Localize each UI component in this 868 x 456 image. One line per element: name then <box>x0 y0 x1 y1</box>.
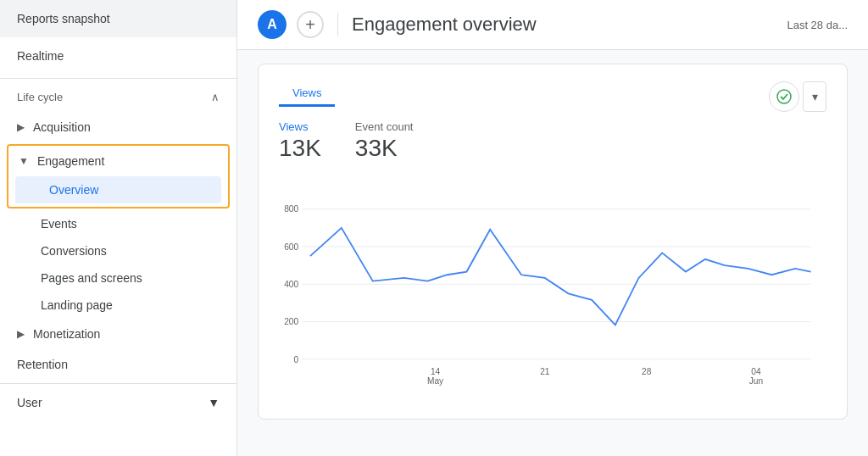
chart-actions: ▾ <box>769 81 826 112</box>
plus-icon: + <box>305 15 315 35</box>
line-chart: 800 600 400 200 0 14 May 21 28 04 Jun <box>279 177 826 398</box>
metric-event-count-label: Event count <box>355 120 414 133</box>
top-bar: A + Engagement overview Last 28 da... <box>237 0 868 50</box>
svg-text:Jun: Jun <box>749 376 763 386</box>
svg-text:200: 200 <box>284 317 298 326</box>
sidebar-item-user[interactable]: User ▼ <box>0 387 236 418</box>
dropdown-button[interactable]: ▾ <box>803 81 826 112</box>
svg-text:04: 04 <box>751 367 761 376</box>
sidebar-item-engagement[interactable]: ▼ Engagement <box>8 147 228 175</box>
chart-card: Views Views 13K Event count 33K <box>258 64 848 420</box>
sidebar-item-overview[interactable]: Overview <box>15 176 221 203</box>
sidebar-item-pages-and-screens[interactable]: Pages and screens <box>0 264 236 292</box>
sidebar-divider-1 <box>0 78 236 79</box>
metric-views: Views 13K <box>279 120 321 160</box>
sidebar-divider-2 <box>0 383 236 384</box>
sidebar-item-reports-snapshot[interactable]: Reports snapshot <box>0 0 236 37</box>
svg-text:0: 0 <box>293 355 298 364</box>
svg-point-0 <box>777 90 791 103</box>
engagement-section: ▼ Engagement Overview <box>7 144 230 209</box>
svg-text:400: 400 <box>284 280 298 289</box>
chart-container: Views Views 13K Event count 33K <box>237 50 868 456</box>
metrics-row: Views 13K Event count 33K <box>279 120 826 160</box>
metric-event-count: Event count 33K <box>355 120 414 160</box>
chart-tabs: Views <box>279 81 826 107</box>
svg-text:14: 14 <box>431 367 441 376</box>
sidebar-item-conversions[interactable]: Conversions <box>0 237 236 264</box>
divider-vertical <box>337 13 338 36</box>
compare-button[interactable] <box>769 81 799 112</box>
svg-text:600: 600 <box>284 242 298 252</box>
svg-text:May: May <box>427 376 444 386</box>
add-property-button[interactable]: + <box>297 11 324 38</box>
sidebar-item-monetization[interactable]: ▶ Monetization <box>0 319 236 349</box>
check-circle-icon <box>776 89 792 104</box>
metric-views-value: 13K <box>279 136 321 160</box>
date-range-label: Last 28 da... <box>787 19 848 31</box>
metric-event-count-value: 33K <box>355 136 414 160</box>
sidebar-item-landing-page[interactable]: Landing page <box>0 292 236 319</box>
lifecycle-collapse-icon: ∧ <box>211 91 220 103</box>
avatar[interactable]: A <box>258 10 287 39</box>
sidebar-item-realtime[interactable]: Realtime <box>0 37 236 75</box>
main-content: A + Engagement overview Last 28 da... Vi… <box>237 0 868 456</box>
engagement-arrow-icon: ▼ <box>19 155 29 167</box>
metric-views-label: Views <box>279 120 321 133</box>
sidebar-item-events[interactable]: Events <box>0 210 236 237</box>
user-collapse-icon: ▼ <box>208 396 220 409</box>
monetization-arrow-icon: ▶ <box>17 328 25 340</box>
chevron-down-icon: ▾ <box>812 90 818 103</box>
svg-text:28: 28 <box>642 367 652 376</box>
sidebar-item-retention[interactable]: Retention <box>0 349 236 380</box>
acquisition-arrow-icon: ▶ <box>17 121 25 133</box>
svg-text:800: 800 <box>284 204 298 214</box>
tab-views[interactable]: Views <box>279 81 335 107</box>
sidebar: Reports snapshot Realtime Life cycle ∧ ▶… <box>0 0 237 456</box>
sidebar-item-acquisition[interactable]: ▶ Acquisition <box>0 112 236 142</box>
svg-text:21: 21 <box>540 367 550 376</box>
page-title: Engagement overview <box>352 14 776 36</box>
sidebar-lifecycle-header[interactable]: Life cycle ∧ <box>0 82 236 112</box>
